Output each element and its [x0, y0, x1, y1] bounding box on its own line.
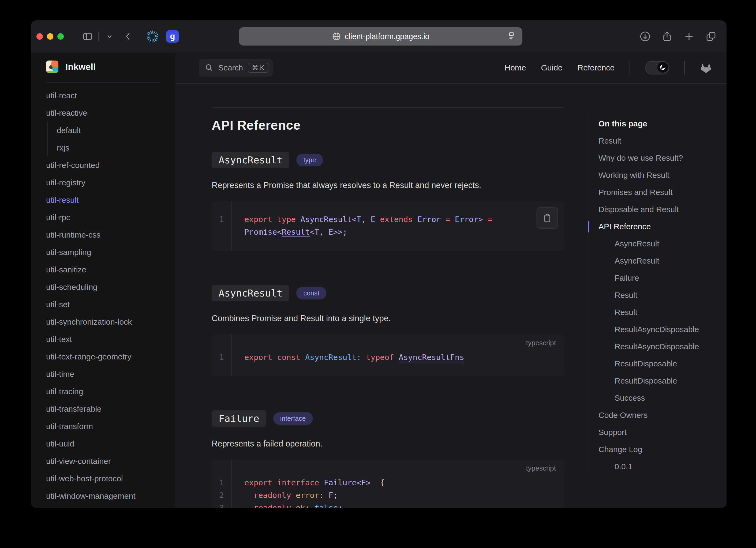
- toc-item[interactable]: AsyncResult: [598, 235, 727, 252]
- toc-item[interactable]: ResultDisposable: [598, 372, 727, 389]
- close-window-button[interactable]: [36, 33, 43, 40]
- sidebar-item[interactable]: util-time: [46, 365, 175, 383]
- toc-title: On this page: [598, 115, 727, 132]
- sidebar-item[interactable]: util-react: [46, 87, 175, 104]
- code-lines: export interface Failure<F> { readonly e…: [232, 460, 385, 508]
- toc-item[interactable]: ResultAsyncDisposable: [598, 338, 727, 355]
- site-header: Search ⌘ K Home Guide Reference: [175, 52, 727, 84]
- toc-item[interactable]: Change Log: [598, 441, 727, 458]
- toc-list: ResultWhy do we use Result?Working with …: [598, 132, 727, 475]
- nav-link-reference[interactable]: Reference: [578, 63, 615, 72]
- toc-item[interactable]: Promises and Result: [598, 184, 727, 201]
- g-pages-favicon-icon[interactable]: g: [166, 30, 179, 43]
- code-token: <T, E>>;: [310, 227, 347, 237]
- divider: [212, 107, 564, 108]
- chevron-down-icon[interactable]: [104, 31, 115, 42]
- sidebar-item[interactable]: util-transferable: [46, 400, 175, 418]
- address-bar[interactable]: client-platform.gpages.io: [239, 27, 522, 46]
- symbol-name: AsyncResult: [212, 152, 289, 168]
- toc-item[interactable]: ResultDisposable: [598, 355, 727, 372]
- toc-item[interactable]: Failure: [598, 269, 727, 287]
- back-icon[interactable]: [122, 31, 134, 42]
- code-line: Promise<Result<T, E>>;: [244, 226, 492, 238]
- code-token: typeof: [361, 353, 399, 362]
- toc-item[interactable]: Working with Result: [598, 167, 727, 184]
- toc-item[interactable]: 0.0.1: [598, 458, 727, 475]
- sidebar-divider: [46, 82, 160, 83]
- minimize-window-button[interactable]: [47, 33, 53, 40]
- share-icon[interactable]: [661, 31, 673, 42]
- symbol-description: Represents a Promise that always resolve…: [212, 181, 564, 190]
- code-token: ;: [333, 491, 338, 500]
- toc-item[interactable]: Why do we use Result?: [598, 149, 727, 167]
- sidebar-item[interactable]: util-window-management: [46, 487, 175, 505]
- code-token[interactable]: AsyncResultFns: [399, 353, 464, 362]
- sidebar-item[interactable]: util-tracing: [46, 383, 175, 400]
- api-section: AsyncResulttypeRepresents a Promise that…: [212, 152, 564, 251]
- toc-item[interactable]: Success: [598, 389, 727, 407]
- search-button[interactable]: Search ⌘ K: [199, 59, 273, 77]
- toc-item[interactable]: Result: [598, 132, 727, 149]
- sidebar-item[interactable]: util-sampling: [46, 243, 175, 261]
- code-token: export type: [244, 215, 301, 224]
- symbol-heading: Failureinterface: [212, 410, 564, 427]
- code-token: false: [310, 503, 338, 508]
- code-lines: export type AsyncResult<T, E extends Err…: [232, 201, 492, 251]
- reader-view-icon[interactable]: [507, 31, 517, 42]
- sidebar-item[interactable]: util-reactive: [46, 104, 175, 122]
- new-tab-icon[interactable]: [683, 31, 695, 42]
- code-block: typescript1234export interface Failure<F…: [212, 460, 564, 508]
- docs-sidebar: Inkwell util-reactutil-reactivedefaultrx…: [31, 52, 175, 508]
- url-text: client-platform.gpages.io: [345, 32, 429, 41]
- code-token: export interface: [244, 478, 324, 487]
- symbol-description: Combines Promise and Result into a singl…: [212, 314, 564, 323]
- code-token: {: [370, 478, 384, 487]
- sidebar-item[interactable]: util-sanitize: [46, 261, 175, 278]
- code-line: export const AsyncResult: typeof AsyncRe…: [244, 351, 464, 364]
- toc-item-active[interactable]: API Reference: [598, 218, 727, 235]
- code-token: Error>: [455, 215, 483, 224]
- spinner-favicon-icon[interactable]: [147, 31, 158, 42]
- sidebar-item[interactable]: util-transform: [46, 418, 175, 435]
- sidebar-item[interactable]: default: [47, 122, 175, 139]
- sidebar-item[interactable]: util-web-host-protocol: [46, 470, 175, 487]
- sidebar-item[interactable]: util-synchronization-lock: [46, 313, 175, 331]
- content-row: API Reference AsyncResulttypeRepresents …: [175, 84, 727, 508]
- sidebar-item[interactable]: util-text: [46, 331, 175, 348]
- api-sections: AsyncResulttypeRepresents a Promise that…: [212, 152, 564, 508]
- tab-overview-icon[interactable]: [705, 31, 717, 42]
- moon-icon: [657, 62, 668, 73]
- zoom-window-button[interactable]: [57, 33, 64, 40]
- sidebar-item[interactable]: util-registry: [46, 174, 175, 191]
- sidebar-item[interactable]: util-uuid: [46, 435, 175, 452]
- toc-item[interactable]: Result: [598, 287, 727, 304]
- sidebar-item-active[interactable]: util-result: [46, 191, 175, 209]
- gitlab-icon[interactable]: [700, 62, 712, 73]
- toc-item[interactable]: Support: [598, 424, 727, 441]
- code-token[interactable]: Result: [282, 227, 310, 237]
- toc-item[interactable]: AsyncResult: [598, 252, 727, 269]
- downloads-icon[interactable]: [639, 31, 651, 42]
- sidebar-item[interactable]: util-view-container: [46, 452, 175, 470]
- dark-mode-toggle[interactable]: [645, 61, 669, 74]
- toc-item[interactable]: Code Owners: [598, 407, 727, 424]
- symbol-kind-badge: type: [296, 154, 323, 166]
- code-block: typescript1export const AsyncResult: typ…: [212, 335, 564, 376]
- sidebar-item[interactable]: util-ref-counted: [46, 156, 175, 174]
- toc-item[interactable]: Result: [598, 304, 727, 321]
- sidebar-item[interactable]: util-rpc: [46, 209, 175, 226]
- code-token: Error: [417, 215, 441, 224]
- sidebar-item[interactable]: util-scheduling: [46, 278, 175, 296]
- browser-window: g client-platform.gpages.io: [31, 20, 727, 508]
- nav-link-guide[interactable]: Guide: [541, 63, 563, 72]
- sidebar-item[interactable]: util-text-range-geometry: [46, 348, 175, 365]
- sidebar-item[interactable]: rxjs: [47, 139, 175, 156]
- copy-code-button[interactable]: [537, 207, 558, 229]
- toc-item[interactable]: ResultAsyncDisposable: [598, 321, 727, 338]
- brand[interactable]: Inkwell: [46, 58, 175, 76]
- sidebar-item[interactable]: util-set: [46, 296, 175, 313]
- nav-link-home[interactable]: Home: [504, 63, 526, 72]
- toc-item[interactable]: Disposable and Result: [598, 201, 727, 218]
- sidebar-toggle-icon[interactable]: [82, 31, 93, 42]
- sidebar-item[interactable]: util-runtime-css: [46, 226, 175, 243]
